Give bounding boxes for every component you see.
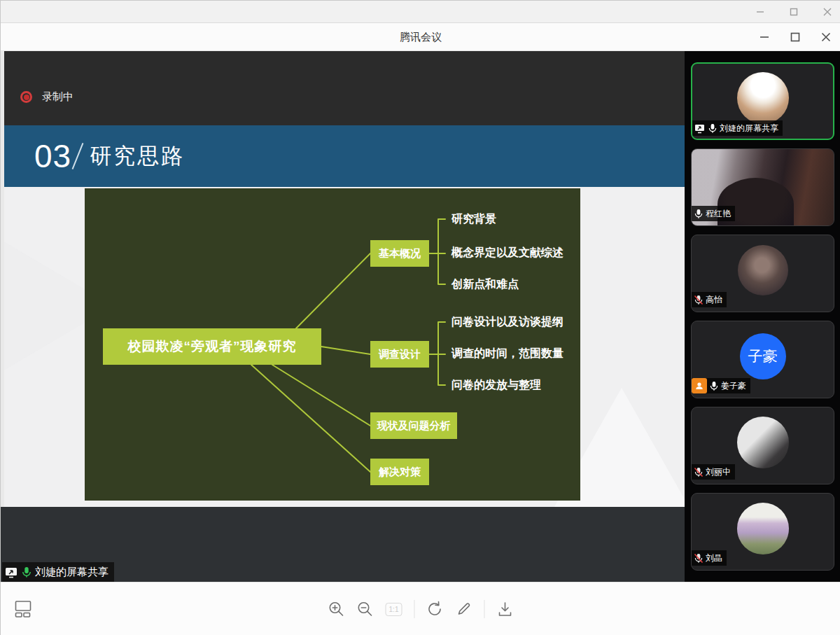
slide-header: 03 研究思路 — [1, 125, 685, 187]
outer-titlebar — [1, 1, 840, 23]
mindmap-leaf: 创新点和难点 — [451, 277, 519, 292]
mindmap-leaf: 问卷设计以及访谈提纲 — [451, 315, 564, 330]
mic-on-icon — [709, 381, 719, 391]
presenter-name: 刘婕的屏幕共享 — [35, 566, 108, 579]
participant-tile[interactable]: 程红艳 — [691, 148, 834, 226]
mic-muted-icon — [694, 553, 704, 564]
mindmap-branch-node: 基本概况 — [370, 240, 429, 267]
toolbar-divider — [484, 600, 485, 618]
participant-tile[interactable]: 刘婕的屏幕共享 — [691, 62, 834, 140]
layout-view-button[interactable] — [15, 601, 31, 618]
meeting-titlebar: 腾讯会议 — [1, 23, 840, 51]
mindmap: 校园欺凌“旁观者”现象研究 基本概况 调查设计 现状及问题分析 解决对策 研究背… — [85, 188, 580, 501]
recording-label: 录制中 — [42, 90, 74, 104]
mindmap-leaf: 问卷的发放与整理 — [451, 378, 541, 393]
slide-number: 03 — [34, 137, 71, 175]
maximize-button[interactable] — [788, 29, 803, 45]
record-icon — [20, 91, 32, 103]
share-bottom-band: 刘婕的屏幕共享 — [1, 507, 685, 582]
zoom-in-button[interactable] — [328, 601, 345, 617]
presenter-share-label: 刘婕的屏幕共享 — [2, 562, 114, 582]
recording-indicator: 录制中 — [20, 90, 74, 104]
participant-name: 刘丽中 — [706, 466, 731, 478]
participant-name: 高怡 — [706, 294, 722, 306]
participant-label: 刘婕的屏幕共享 — [692, 120, 783, 136]
rotate-icon[interactable] — [427, 601, 444, 617]
screen-share-icon — [694, 123, 706, 134]
mic-on-icon — [694, 209, 704, 219]
slide-slash-divider — [72, 143, 84, 169]
mindmap-branch-node: 解决对策 — [370, 459, 429, 485]
avatar — [737, 72, 789, 124]
mindmap-root-node: 校园欺凌“旁观者”现象研究 — [103, 328, 321, 365]
mindmap-leaf: 概念界定以及文献综述 — [451, 246, 564, 260]
mic-on-icon — [21, 566, 32, 578]
mindmap-leaf: 调查的时间，范围数量 — [451, 347, 564, 361]
participant-tile[interactable]: 子豪 姜子豪 — [691, 321, 834, 398]
mic-muted-icon — [694, 467, 704, 477]
participants-sidebar: 刘婕的屏幕共享 程红艳 — [685, 51, 840, 582]
participant-tile[interactable]: 高怡 — [691, 235, 834, 312]
participant-name: 刘晶 — [706, 552, 722, 564]
outer-minimize-button[interactable] — [752, 4, 768, 20]
toolbar-divider — [414, 600, 415, 618]
participant-label: 刘丽中 — [692, 464, 735, 480]
participant-name: 刘婕的屏幕共享 — [720, 123, 778, 134]
avatar: 子豪 — [740, 333, 786, 379]
participant-name: 程红艳 — [706, 208, 731, 220]
share-top-band: 录制中 — [1, 51, 685, 125]
mindmap-leaf: 研究背景 — [451, 212, 496, 227]
mindmap-branch-node: 调查设计 — [370, 341, 429, 368]
host-badge-icon — [692, 378, 707, 393]
download-button[interactable] — [497, 601, 514, 617]
participant-label: 高怡 — [692, 292, 727, 307]
minimize-button[interactable] — [757, 29, 772, 45]
participant-tile[interactable]: 刘晶 — [691, 493, 834, 571]
participant-tile[interactable]: 刘丽中 — [691, 407, 834, 484]
fit-actual-size-button[interactable]: 1:1 — [386, 603, 402, 616]
avatar — [737, 503, 789, 554]
close-button[interactable] — [818, 29, 834, 45]
bottom-toolbar: 1:1 — [1, 582, 840, 635]
participant-name: 姜子豪 — [721, 380, 746, 392]
slide-body: 校园欺凌“旁观者”现象研究 基本概况 调查设计 现状及问题分析 解决对策 研究背… — [1, 187, 685, 507]
participant-label: 刘晶 — [692, 550, 727, 566]
avatar — [738, 245, 788, 295]
screen-share-icon — [5, 566, 18, 578]
slide-title: 研究思路 — [90, 141, 185, 171]
app-title: 腾讯会议 — [1, 23, 840, 51]
participant-label: 程红艳 — [692, 206, 735, 221]
annotate-pen-button[interactable] — [456, 601, 472, 617]
mic-on-icon — [708, 123, 718, 134]
mindmap-branch-node: 现状及问题分析 — [370, 412, 457, 439]
participant-label: 姜子豪 — [692, 378, 750, 393]
zoom-out-button[interactable] — [357, 601, 374, 617]
mic-muted-icon — [694, 295, 704, 305]
avatar — [737, 417, 789, 468]
screen-share-view: 录制中 03 研究思路 — [1, 51, 685, 582]
outer-maximize-button[interactable] — [786, 4, 802, 20]
outer-close-button[interactable] — [820, 4, 835, 20]
app-window: 腾讯会议 录制中 03 研究思路 — [0, 0, 840, 635]
share-left-edge — [1, 51, 4, 507]
